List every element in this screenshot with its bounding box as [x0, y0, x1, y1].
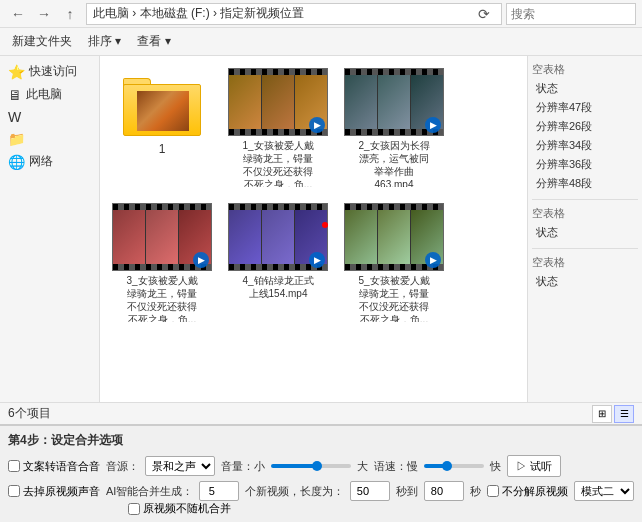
- right-panel-section-1: 空表格 状态 分辨率47段 分辨率26段 分辨率34段 分辨率36段 分辨率48…: [532, 60, 638, 193]
- right-panel-title-3: 空表格: [532, 253, 638, 272]
- remove-original-audio-checkbox[interactable]: 去掉原视频声音: [8, 484, 100, 499]
- video-badge: ▶: [425, 117, 441, 133]
- video-thumbnail: ▶: [112, 203, 212, 271]
- refresh-button[interactable]: ⟳: [473, 3, 495, 25]
- list-view-button[interactable]: ☰: [614, 405, 634, 423]
- video-badge: ▶: [309, 252, 325, 268]
- folder-face: [137, 91, 189, 131]
- list-item[interactable]: ▶ 2_女孩因为长得漂亮，运气被同举举作曲463.mp4: [340, 64, 448, 191]
- right-panel-item-3[interactable]: 分辨率34段: [532, 136, 638, 155]
- right-panel-item-5[interactable]: 分辨率48段: [532, 174, 638, 193]
- list-item[interactable]: ▶ 1_女孩被爱人戴绿骑龙王，锝量不仅没死还获得不死之身，负...: [224, 64, 332, 191]
- network-icon: 🌐: [8, 154, 25, 170]
- volume-slider-thumb: [312, 461, 322, 471]
- title-bar: ← → ↑ 此电脑 › 本地磁盘 (F:) › 指定新视频位置 ⟳ 🔍: [0, 0, 642, 28]
- speed-max-label: 快: [490, 459, 501, 474]
- file-name-label: 1: [159, 142, 166, 156]
- bottom-panel: 第4步：设定合并选项 文案转语音合音 音源： 景和之声 音量：小 大 语速：慢 …: [0, 424, 642, 522]
- right-panel-item-1[interactable]: 分辨率47段: [532, 98, 638, 117]
- sidebar-item-pc[interactable]: 🖥 此电脑: [0, 83, 99, 106]
- speed-slider[interactable]: [424, 464, 484, 468]
- folder-thumbnail: [112, 68, 212, 140]
- video-badge: ▶: [309, 117, 325, 133]
- no-split-checkbox[interactable]: 不分解原视频: [487, 484, 568, 499]
- divider-1: [532, 199, 638, 200]
- video-frame: [378, 75, 411, 129]
- volume-slider-container: [271, 464, 351, 468]
- right-panel-status-3: 状态: [532, 272, 638, 291]
- new-video-count-input[interactable]: [199, 481, 239, 501]
- right-panel: 空表格 状态 分辨率47段 分辨率26段 分辨率34段 分辨率36段 分辨率48…: [527, 56, 642, 402]
- video-frame: [262, 75, 295, 129]
- text-convert-label: 文案转语音合音: [23, 459, 100, 474]
- random-merge-label: 原视频不随机合并: [143, 501, 231, 516]
- sidebar: ⭐ 快速访问 🖥 此电脑 W 📁 🌐 网络: [0, 56, 100, 402]
- audio-source-select[interactable]: 景和之声: [145, 456, 215, 476]
- sidebar-item-network[interactable]: 🌐 网络: [0, 150, 99, 173]
- length-end-input[interactable]: [424, 481, 464, 501]
- file-name-label: 4_铂钻绿龙正式上线154.mp4: [242, 274, 313, 300]
- video-frame: [345, 210, 378, 264]
- video-badge: ▶: [425, 252, 441, 268]
- right-panel-item-2[interactable]: 分辨率26段: [532, 117, 638, 136]
- file-name-label: 2_女孩因为长得漂亮，运气被同举举作曲463.mp4: [358, 139, 429, 187]
- length-to-label: 秒到: [396, 484, 418, 499]
- list-item[interactable]: ▶ 3_女孩被爱人戴绿骑龙王，锝量不仅没死还获得不死之身，负...: [108, 199, 216, 326]
- folder-icon: 📁: [8, 131, 25, 147]
- folder-preview: [137, 91, 189, 131]
- length-start-input[interactable]: [350, 481, 390, 501]
- bottom-row-2: 去掉原视频声音 AI智能合并生成： 个新视频，长度为： 秒到 秒 不分解原视频 …: [8, 481, 634, 501]
- search-input[interactable]: [511, 7, 642, 21]
- status-bar: 6个项目 ⊞ ☰: [0, 402, 642, 424]
- sort-button[interactable]: 排序 ▾: [82, 31, 127, 53]
- right-panel-section-2: 空表格 状态: [532, 204, 638, 242]
- sidebar-label-network: 网络: [29, 153, 53, 170]
- sidebar-item-this-pc[interactable]: 📁: [0, 128, 99, 150]
- grid-view-button[interactable]: ⊞: [592, 405, 612, 423]
- video-thumbnail: ▶: [228, 68, 328, 136]
- speed-slider-thumb: [442, 461, 452, 471]
- forward-button[interactable]: →: [32, 3, 56, 25]
- video-frame: [262, 210, 295, 264]
- list-item[interactable]: 1: [108, 64, 216, 160]
- right-panel-title-2: 空表格: [532, 204, 638, 223]
- random-merge-input[interactable]: [128, 503, 140, 515]
- video-frame: [378, 210, 411, 264]
- sidebar-label-pc: 此电脑: [26, 86, 62, 103]
- file-name-label: 3_女孩被爱人戴绿骑龙王，锝量不仅没死还获得不死之身，负...: [126, 274, 197, 322]
- ai-generate-label: AI智能合并生成：: [106, 484, 193, 499]
- file-area: 1 ▶ 1_女孩被爱人戴绿骑龙王，锝量不仅没死: [100, 56, 527, 402]
- video-frame: [229, 75, 262, 129]
- search-box[interactable]: 🔍: [506, 3, 636, 25]
- right-panel-status-2: 状态: [532, 223, 638, 242]
- sidebar-item-quick[interactable]: ⭐ 快速访问: [0, 60, 99, 83]
- listen-button[interactable]: ▷ 试听: [507, 455, 561, 477]
- sidebar-item-w[interactable]: W: [0, 106, 99, 128]
- volume-label: 音量：小: [221, 459, 265, 474]
- file-name-label: 5_女孩被爱人戴绿骑龙王，锝量不仅没死还获得不死之身，负...: [358, 274, 429, 322]
- remove-audio-input[interactable]: [8, 485, 20, 497]
- view-buttons: ⊞ ☰: [592, 405, 634, 423]
- text-convert-checkbox[interactable]: 文案转语音合音: [8, 459, 100, 474]
- no-split-label: 不分解原视频: [502, 484, 568, 499]
- new-folder-button[interactable]: 新建文件夹: [6, 31, 78, 53]
- up-button[interactable]: ↑: [58, 3, 82, 25]
- text-convert-input[interactable]: [8, 460, 20, 472]
- right-panel-item-4[interactable]: 分辨率36段: [532, 155, 638, 174]
- video-thumbnail: ▶: [344, 203, 444, 271]
- video-thumbnail: ▶: [344, 68, 444, 136]
- right-panel-status-1: 状态: [532, 79, 638, 98]
- sidebar-label-quick: 快速访问: [29, 63, 77, 80]
- back-button[interactable]: ←: [6, 3, 30, 25]
- mode-select[interactable]: 模式二: [574, 481, 634, 501]
- list-item[interactable]: ▶ 5_女孩被爱人戴绿骑龙王，锝量不仅没死还获得不死之身，负...: [340, 199, 448, 326]
- no-split-input[interactable]: [487, 485, 499, 497]
- address-bar[interactable]: 此电脑 › 本地磁盘 (F:) › 指定新视频位置 ⟳: [86, 3, 502, 25]
- view-button[interactable]: 查看 ▾: [131, 31, 176, 53]
- random-merge-checkbox[interactable]: 原视频不随机合并: [128, 501, 231, 516]
- volume-slider[interactable]: [271, 464, 351, 468]
- list-item[interactable]: ▶ 4_铂钻绿龙正式上线154.mp4: [224, 199, 332, 304]
- bottom-row-2b: 原视频不随机合并: [8, 501, 634, 516]
- star-icon: ⭐: [8, 64, 25, 80]
- toolbar: 新建文件夹 排序 ▾ 查看 ▾: [0, 28, 642, 56]
